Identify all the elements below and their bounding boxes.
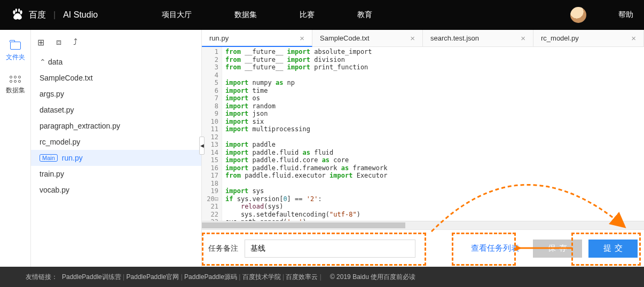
sidebar-toolbar: ⊞ ⧈ ⤴ [31, 35, 201, 52]
main-nav: 项目大厅 数据集 比赛 教育 [162, 10, 570, 20]
footer-link[interactable]: PaddlePaddle训练营 [62, 273, 121, 281]
upload-icon[interactable]: ⤴ [73, 37, 77, 47]
brand: 百度 | AI Studio [11, 8, 98, 22]
folder-label: data [48, 58, 62, 66]
collapse-sidebar-handle[interactable]: ◀ [199, 137, 205, 155]
view-task-list-link[interactable]: 查看任务列表 [464, 243, 527, 253]
brand-text-en: AI Studio [63, 10, 98, 20]
footer-link[interactable]: PaddlePaddle官网 [127, 273, 179, 281]
grid-icon [10, 76, 21, 83]
editor-tab[interactable]: SampleCode.txt× [312, 30, 423, 46]
horizontal-scrollbar[interactable] [202, 221, 644, 229]
tree-file[interactable]: vocab.py [31, 182, 201, 198]
tree-file[interactable]: rc_model.py [31, 134, 201, 150]
save-button[interactable]: 保存 [533, 240, 582, 258]
footer-label: 友情链接： [26, 273, 58, 282]
rail-datasets[interactable]: 数据集 [6, 76, 25, 95]
footer-copyright: © 2019 Baidu 使用百度前必读 [330, 273, 415, 282]
main-badge: Main [40, 154, 58, 162]
brand-text-cn: 百度 [29, 10, 46, 21]
editor-tab[interactable]: search.test.json× [423, 30, 533, 46]
tree-file[interactable]: train.py [31, 166, 201, 182]
code-content[interactable]: from __future__ import absolute_importfr… [222, 47, 644, 221]
rail-files-label: 文件夹 [6, 53, 25, 62]
baidu-logo-icon [11, 8, 25, 22]
tree-file[interactable]: paragraph_extraction.py [31, 118, 201, 134]
footer-link[interactable]: 百度技术学院 [242, 273, 281, 281]
footer-link[interactable]: PaddlePaddle源码 [184, 273, 237, 281]
close-icon[interactable]: × [631, 34, 636, 43]
code-area[interactable]: 1234567891011121314151617181920⊟21222324… [202, 47, 644, 221]
nav-education[interactable]: 教育 [357, 10, 372, 20]
left-rail: 文件夹 数据集 [0, 30, 31, 267]
main-file-label: run.py [62, 154, 83, 162]
tree-file[interactable]: dataset.py [31, 102, 201, 118]
footer-link[interactable]: 百度效率云 [286, 273, 318, 281]
new-file-icon[interactable]: ⊞ [37, 37, 44, 47]
tree-file-main[interactable]: Main run.py [31, 150, 201, 166]
nav-datasets[interactable]: 数据集 [234, 10, 257, 20]
submit-button[interactable]: 提交 [588, 240, 638, 258]
close-icon[interactable]: × [410, 34, 415, 43]
editor-tab[interactable]: run.py× [202, 30, 312, 47]
footer: 友情链接： PaddlePaddle训练营 | PaddlePaddle官网 |… [0, 267, 644, 287]
editor-pane: ◀ run.py×SampleCode.txt×search.test.json… [202, 30, 644, 267]
tree-file[interactable]: args.py [31, 86, 201, 102]
close-icon[interactable]: × [521, 34, 525, 43]
task-note-label: 任务备注 [208, 244, 238, 253]
task-bar: 任务备注 查看任务列表 保存 提交 [202, 229, 644, 267]
line-gutter: 1234567891011121314151617181920⊟21222324 [202, 47, 222, 221]
tree-file[interactable]: SampleCode.txt [31, 70, 201, 86]
tree-folder-data[interactable]: ⌃ data [31, 54, 201, 70]
task-note-input[interactable] [245, 240, 415, 258]
nav-projects[interactable]: 项目大厅 [162, 10, 192, 20]
editor-tab[interactable]: rc_model.py× [533, 30, 644, 46]
avatar[interactable] [570, 7, 586, 23]
close-icon[interactable]: × [300, 34, 304, 43]
top-navbar: 百度 | AI Studio 项目大厅 数据集 比赛 教育 帮助 [0, 0, 644, 30]
nav-competitions[interactable]: 比赛 [300, 10, 315, 20]
folder-icon [10, 42, 21, 50]
new-folder-icon[interactable]: ⧈ [56, 37, 61, 47]
rail-files[interactable]: 文件夹 [6, 42, 25, 62]
file-tree: ⌃ data SampleCode.txt args.py dataset.py… [31, 52, 201, 200]
chevron-down-icon: ⌃ [40, 58, 45, 66]
rail-datasets-label: 数据集 [6, 86, 25, 95]
file-sidebar: ⊞ ⧈ ⤴ ⌃ data SampleCode.txt args.py data… [31, 30, 202, 267]
editor-tabs: run.py×SampleCode.txt×search.test.json×r… [202, 30, 644, 47]
help-link[interactable]: 帮助 [618, 10, 633, 20]
